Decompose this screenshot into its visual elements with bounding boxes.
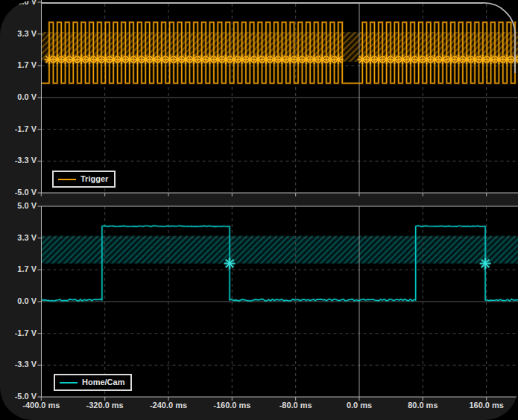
trigger-legend-label: Trigger [80,174,108,184]
panel-bottom [38,206,518,401]
homecam-legend-label: Home/Cam [82,378,124,387]
legend-homecam[interactable]: Home/Cam [54,374,132,391]
legend-trigger[interactable]: Trigger [52,171,116,188]
oscilloscope-window: 5.0 V3.3 V1.7 V0.0 V-1.7 V-3.3 V-5.0 V5.… [0,0,518,420]
panel-top [38,0,518,197]
trigger-line-swatch [58,179,76,180]
scope-canvas [0,0,518,420]
homecam-line-swatch [60,382,78,384]
threshold-band [42,236,518,264]
